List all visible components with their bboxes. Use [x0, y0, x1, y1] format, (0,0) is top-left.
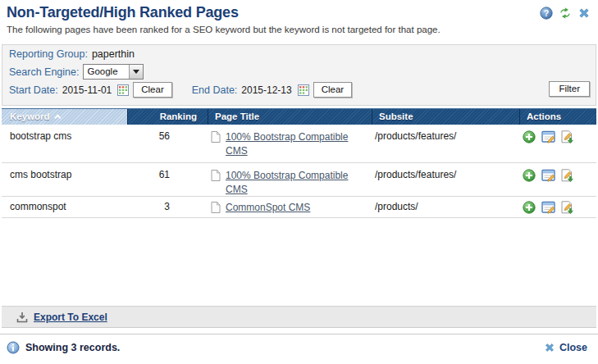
filter-panel: Reporting Group: paperthin Search Engine…: [2, 44, 596, 106]
add-keyword-icon[interactable]: [523, 201, 537, 214]
page-icon: [211, 170, 221, 198]
table-row: commonspot 3 CommonSpot CMS /products/: [2, 197, 596, 218]
column-header-subsite[interactable]: Subsite: [372, 109, 519, 125]
table-body: bootstrap cms 56 100% Bootstrap Compatib…: [2, 125, 596, 218]
edit-properties-icon[interactable]: [541, 169, 556, 182]
page-title-cell: 100% Bootstrap Compatible CMS: [208, 169, 372, 198]
svg-text:?: ?: [544, 8, 549, 18]
record-count-status: Showing 3 records.: [25, 342, 120, 353]
close-icon[interactable]: [577, 7, 591, 20]
add-keyword-icon[interactable]: [523, 130, 537, 143]
export-icon[interactable]: [16, 312, 28, 323]
start-date-clear-button[interactable]: Clear: [133, 82, 171, 98]
edit-page-icon[interactable]: [560, 130, 575, 143]
help-icon[interactable]: ?: [540, 7, 553, 20]
subsite-cell: /products/: [372, 201, 519, 212]
edit-properties-icon[interactable]: [541, 201, 556, 214]
column-header-keyword[interactable]: Keyword: [2, 109, 127, 125]
reporting-group-value: paperthin: [92, 48, 135, 60]
actions-cell: [519, 130, 596, 143]
close-button-label: Close: [559, 342, 587, 353]
page-title-cell: 100% Bootstrap Compatible CMS: [208, 130, 372, 159]
page-title-link[interactable]: 100% Bootstrap Compatible CMS: [226, 169, 372, 198]
ranking-cell: 3: [127, 201, 208, 212]
chevron-down-icon: [129, 65, 143, 79]
search-engine-selected-value: Google: [84, 65, 129, 79]
edit-page-icon[interactable]: [560, 201, 575, 214]
info-icon: [7, 341, 20, 354]
page-title-cell: CommonSpot CMS: [208, 201, 372, 216]
close-button[interactable]: Close: [544, 342, 587, 353]
end-date-value: 2015-12-13: [241, 84, 291, 96]
search-engine-label: Search Engine:: [9, 66, 79, 78]
reporting-group-label: Reporting Group:: [9, 48, 88, 60]
reporting-group-row: Reporting Group: paperthin: [9, 48, 135, 60]
add-keyword-icon[interactable]: [523, 169, 537, 182]
table-header: Keyword Ranking Page Title Subsite Actio…: [2, 108, 596, 125]
page-subtitle: The following pages have been ranked for…: [7, 25, 441, 34]
column-header-actions[interactable]: Actions: [519, 109, 596, 125]
page-title: Non-Targeted/High Ranked Pages: [7, 4, 239, 21]
close-x-icon: [544, 342, 555, 353]
keyword-cell: commonspot: [2, 201, 127, 212]
keyword-cell: bootstrap cms: [2, 130, 127, 142]
date-filter-row: Start Date: 2015-11-01 Clear End Date: 2…: [9, 82, 352, 98]
end-date-clear-button[interactable]: Clear: [313, 82, 352, 98]
start-date-label: Start Date:: [9, 84, 58, 96]
page-title-link[interactable]: CommonSpot CMS: [226, 201, 310, 216]
non-targeted-pages-dialog: Non-Targeted/High Ranked Pages ? The fol…: [0, 0, 598, 364]
table-row: cms bootstrap 61 100% Bootstrap Compatib…: [2, 163, 596, 197]
filter-button[interactable]: Filter: [549, 81, 590, 97]
search-engine-row: Search Engine: Google: [9, 64, 144, 80]
actions-cell: [519, 201, 596, 214]
sort-asc-icon: [54, 114, 61, 121]
refresh-icon[interactable]: [559, 7, 572, 20]
status-area: Showing 3 records.: [7, 341, 120, 354]
start-date-calendar-icon[interactable]: [117, 84, 129, 96]
column-header-keyword-label: Keyword: [10, 111, 50, 121]
subsite-cell: /products/features/: [372, 169, 519, 180]
ranking-cell: 61: [127, 169, 208, 180]
table-row: bootstrap cms 56 100% Bootstrap Compatib…: [2, 125, 596, 163]
search-engine-select[interactable]: Google: [83, 64, 144, 80]
column-header-page-title[interactable]: Page Title: [208, 109, 372, 125]
actions-cell: [519, 169, 596, 182]
page-icon: [211, 202, 221, 216]
start-date-value: 2015-11-01: [62, 84, 112, 96]
column-header-ranking[interactable]: Ranking: [127, 109, 208, 125]
edit-properties-icon[interactable]: [541, 130, 556, 143]
page-icon: [211, 131, 221, 159]
header-icon-bar: ?: [540, 7, 591, 20]
ranking-cell: 56: [127, 130, 208, 142]
edit-page-icon[interactable]: [560, 169, 575, 182]
keyword-cell: cms bootstrap: [2, 169, 127, 180]
page-title-link[interactable]: 100% Bootstrap Compatible CMS: [226, 130, 372, 159]
export-to-excel-link[interactable]: Export To Excel: [34, 312, 107, 323]
subsite-cell: /products/features/: [372, 130, 519, 142]
end-date-calendar-icon[interactable]: [298, 84, 309, 96]
footer: Showing 3 records. Close: [0, 334, 598, 364]
export-bar: Export To Excel: [2, 306, 596, 328]
end-date-label: End Date:: [192, 84, 238, 96]
